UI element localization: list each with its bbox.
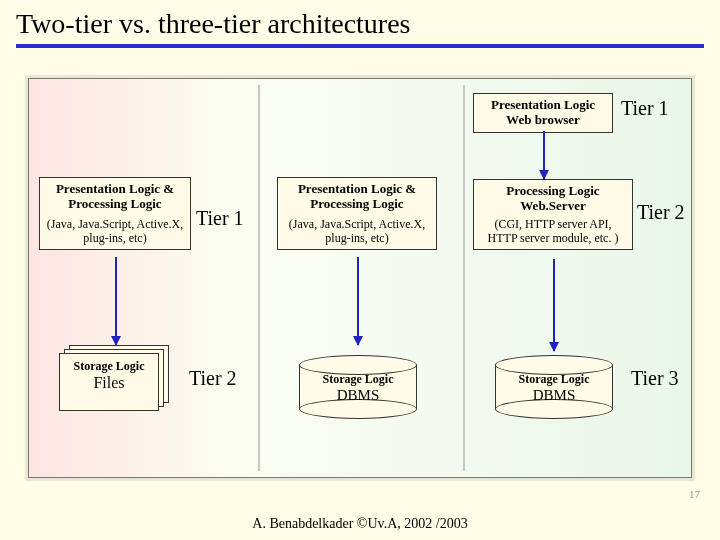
box-presentation-processing: Presentation Logic & Processing Logic (J… <box>39 177 191 250</box>
box-presentation-processing: Presentation Logic & Processing Logic (J… <box>277 177 437 250</box>
box-title: Presentation Logic <box>480 98 606 113</box>
footer-attribution: A. Benabdelkader ©Uv.A, 2002 /2003 <box>0 516 720 532</box>
tier-label: Tier 3 <box>631 367 679 390</box>
slide: Two-tier vs. three-tier architectures Pr… <box>0 0 720 540</box>
arrow-icon <box>357 257 359 345</box>
box-subtitle: (Java, Java.Script, Active.X, plug-ins, … <box>284 218 430 246</box>
box-title: Presentation Logic & Processing Logic <box>46 182 184 212</box>
storage-main: DBMS <box>299 387 417 404</box>
storage-main: DBMS <box>495 387 613 404</box>
tier-label: Tier 1 <box>621 97 669 120</box>
column-divider <box>463 85 465 471</box>
box-presentation-browser: Presentation Logic Web browser <box>473 93 613 133</box>
stack-sheet-front: Storage Logic Files <box>59 353 159 411</box>
storage-dbms-cylinder: Storage Logic DBMS <box>299 355 417 419</box>
title-underline <box>16 44 704 48</box>
box-processing-webserver: Processing Logic Web.Server (CGI, HTTP s… <box>473 179 633 250</box>
column-divider <box>258 85 260 471</box>
box-subtitle: (Java, Java.Script, Active.X, plug-ins, … <box>46 218 184 246</box>
arrow-icon <box>115 257 117 345</box>
storage-main: Files <box>60 374 158 392</box>
box-title: Processing Logic Web.Server <box>480 184 626 214</box>
arrow-icon <box>543 131 545 179</box>
page-number: 17 <box>689 488 700 500</box>
title-area: Two-tier vs. three-tier architectures <box>0 0 720 52</box>
storage-dbms-cylinder: Storage Logic DBMS <box>495 355 613 419</box>
tier-label: Tier 2 <box>189 367 237 390</box>
storage-title: Storage Logic <box>495 373 613 387</box>
box-subtitle: (CGI, HTTP server API, HTTP server modul… <box>480 218 626 246</box>
arrow-icon <box>553 259 555 351</box>
box-subtitle: Web browser <box>480 113 606 128</box>
tier-label: Tier 1 <box>196 207 244 230</box>
slide-title: Two-tier vs. three-tier architectures <box>16 8 704 40</box>
tier-label: Tier 2 <box>637 201 685 224</box>
diagram-frame: Presentation Logic Web browser Tier 1 Pr… <box>28 78 692 478</box>
box-title: Presentation Logic & Processing Logic <box>284 182 430 212</box>
storage-title: Storage Logic <box>60 360 158 374</box>
storage-title: Storage Logic <box>299 373 417 387</box>
